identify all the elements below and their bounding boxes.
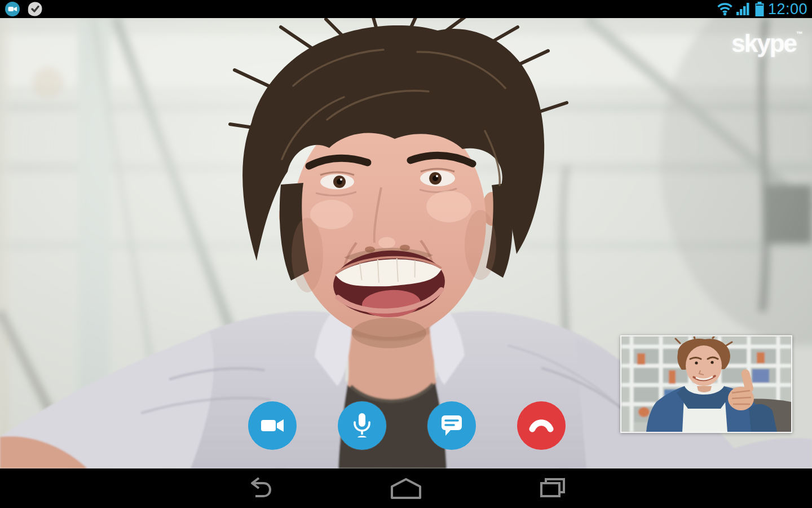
wifi-icon bbox=[717, 2, 732, 16]
self-view-preview[interactable] bbox=[620, 335, 792, 433]
video-camera-icon bbox=[260, 417, 285, 434]
back-button[interactable] bbox=[227, 468, 294, 508]
skype-watermark: skype™ bbox=[731, 29, 803, 58]
mute-button[interactable] bbox=[338, 401, 386, 450]
check-icon bbox=[28, 2, 42, 16]
remote-video[interactable]: skype™ bbox=[0, 18, 812, 468]
microphone-icon bbox=[352, 413, 372, 439]
end-call-button[interactable] bbox=[517, 401, 566, 450]
self-view-scene bbox=[621, 336, 791, 432]
chat-bubble-icon bbox=[440, 414, 463, 437]
video-button[interactable] bbox=[248, 401, 297, 450]
back-icon bbox=[248, 477, 273, 500]
android-status-bar: 12:00 bbox=[0, 0, 812, 18]
end-call-icon bbox=[528, 418, 554, 433]
chat-button[interactable] bbox=[427, 401, 476, 450]
home-button[interactable] bbox=[372, 468, 440, 508]
home-icon bbox=[390, 478, 422, 499]
signal-strength-icon bbox=[736, 2, 751, 16]
status-clock: 12:00 bbox=[768, 0, 807, 18]
android-navigation-bar bbox=[0, 468, 812, 508]
battery-icon bbox=[755, 2, 764, 16]
recents-button[interactable] bbox=[519, 468, 586, 508]
skype-video-call-icon bbox=[5, 2, 20, 16]
skype-video-call-screen: 12:00 bbox=[0, 0, 812, 508]
recents-icon bbox=[540, 478, 566, 499]
